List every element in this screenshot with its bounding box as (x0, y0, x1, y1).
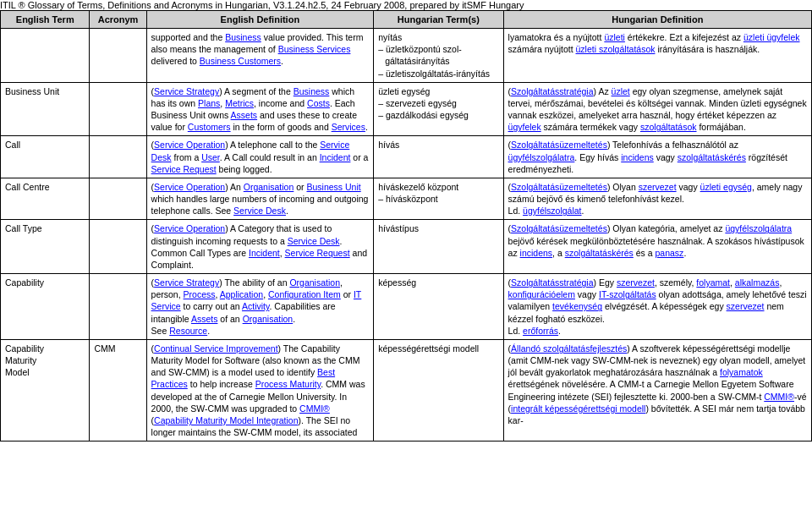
hungarian-def-6: (Állandó szolgáltatásfejlesztés) A szoft… (503, 339, 811, 441)
link-csi-6: Continual Service Improvement (154, 343, 277, 354)
english-def-5: (Service Strategy) The ability of an Org… (146, 274, 374, 340)
link-alland-szolg-6: Állandó szolgáltatásfejlesztés (511, 343, 627, 354)
english-term-0 (1, 29, 90, 83)
english-term-5: Capability (1, 274, 90, 340)
link-customers-1: Customers (188, 122, 231, 132)
link-service-desk-3: Service Desk (233, 206, 286, 216)
link-szolg-ker-4: szolgáltatáskérés (565, 248, 634, 258)
link-incidens-4: incidens (520, 248, 553, 258)
table-header-row: English Term Acronym English Definition … (1, 11, 812, 29)
link-szolg-uzem-4: Szolgáltatásüzemeltetés (511, 223, 607, 233)
english-term-6: CapabilityMaturityModel (1, 339, 90, 441)
col-header-english-def: English Definition (146, 11, 374, 29)
link-szervezet-5b: szervezet (727, 301, 765, 311)
col-header-hungarian-term: Hungarian Term(s) (374, 11, 503, 29)
hungarian-term-3: híváskezelő központ hívásközpont (374, 178, 503, 220)
link-organisation-5b: Organisation (243, 314, 294, 324)
hungarian-term-2: hívás (374, 136, 503, 178)
link-cmmi-6: CMMI® (299, 403, 330, 414)
english-def-2: (Service Operation) A telephone call to … (146, 136, 374, 178)
link-process-5: Process (184, 289, 216, 299)
link-assets-1: Assets (231, 110, 258, 120)
hungarian-term-1: üzleti egység szervezeti egység gazdálko… (374, 82, 503, 136)
acronym-1 (90, 82, 146, 136)
link-ugyfelsz-4: ügyfélszolgálatra (725, 223, 792, 233)
link-szolg-1: szolgáltatások (640, 122, 697, 132)
english-term-4: Call Type (1, 220, 90, 274)
table-row: Business Unit (Service Strategy) A segme… (1, 82, 812, 136)
link-integralt-6: integrált képességérettségi modell (511, 403, 645, 414)
link-incident-4: Incident (249, 248, 280, 258)
link-cmmi-hun-6: CMMI® (764, 392, 794, 402)
link-process-maturity-6: Process Maturity (255, 379, 321, 389)
link-uzleti-0: üzleti (604, 32, 625, 42)
link-organisation-3: Organisation (244, 182, 294, 192)
table-row: Capability (Service Strategy) The abilit… (1, 274, 812, 340)
link-costs: Costs (307, 98, 330, 108)
english-term-3: Call Centre (1, 178, 90, 220)
hungarian-def-0: lyamatokra és a nyújtott üzleti értékekr… (503, 29, 811, 83)
page-header: ITIL ® Glossary of Terms, Definitions an… (0, 0, 812, 10)
link-szolg-strat-1: Szolgáltatásstratégia (511, 86, 593, 96)
english-def-3: (Service Operation) An Organisation or B… (146, 178, 374, 220)
table-row: Call Type (Service Operation) A Category… (1, 220, 812, 274)
link-user-2: User (201, 152, 220, 162)
link-service-strategy-1: Service Strategy (154, 86, 219, 96)
link-szolg-strat-5: Szolgáltatásstratégia (511, 277, 593, 288)
link-szolg-uzem-2: Szolgáltatásüzemeltetés (511, 140, 607, 150)
acronym-2 (90, 136, 146, 178)
link-it-szolg-5: IT-szolgáltatás (599, 289, 656, 299)
acronym-6: CMM (90, 339, 146, 441)
link-folyamatok-6: folyamatok (720, 367, 763, 377)
english-def-6: (Continual Service Improvement) The Capa… (146, 339, 374, 441)
link-activity-5: Activity (242, 301, 269, 311)
hungarian-term-6: képességérettségi modell (374, 339, 503, 441)
english-term-1: Business Unit (1, 82, 90, 136)
table-row: CapabilityMaturityModel CMM (Continual S… (1, 339, 812, 441)
link-incident-2: Incident (320, 152, 351, 162)
link-alkalmazas-5: alkalmazás (735, 277, 780, 288)
acronym-3 (90, 178, 146, 220)
table-row: Call (Service Operation) A telephone cal… (1, 136, 812, 178)
link-services-1: Services (332, 122, 365, 132)
col-header-english: English Term (1, 11, 90, 29)
hungarian-term-5: képesség (374, 274, 503, 340)
link-application-5: Application (220, 289, 263, 299)
link-ugyfelsz-2: ügyfélszolgálatra (508, 152, 575, 162)
hungarian-def-5: (Szolgáltatásstratégia) Egy szervezet, s… (503, 274, 811, 340)
link-organisation-5: Organisation (289, 277, 340, 288)
link-service-operation-2: Service Operation (154, 140, 225, 150)
hungarian-def-1: (Szolgáltatásstratégia) Az üzlet egy oly… (503, 82, 811, 136)
link-business-customers-0: Business Customers (200, 56, 281, 66)
link-service-req-4: Service Request (285, 248, 350, 258)
link-service-request-2: Service Request (151, 164, 217, 174)
english-term-2: Call (1, 136, 90, 178)
link-folyamat-5: folyamat (696, 277, 730, 288)
link-eroforras-5: erőforrás (523, 326, 558, 336)
link-uzleti-egys-3: üzleti egység (700, 182, 752, 192)
link-incidens-2: incidens (621, 152, 654, 162)
hungarian-term-4: hívástípus (374, 220, 503, 274)
link-tevekenyseg-5: tevékenység (552, 301, 602, 311)
link-uzleti-ugyfelek: üzleti ügyfelek (743, 32, 800, 42)
link-business-0: Business (225, 32, 261, 42)
english-def-0: supported and the Business value provide… (146, 29, 374, 83)
link-resource-5: Resource (169, 326, 207, 336)
link-szolg-ker-2: szolgáltatáskérés (678, 152, 746, 162)
main-table: English Term Acronym English Definition … (0, 10, 812, 442)
english-def-4: (Service Operation) A Category that is u… (146, 220, 374, 274)
acronym-0 (90, 29, 146, 83)
acronym-4 (90, 220, 146, 274)
table-row: Call Centre (Service Operation) An Organ… (1, 178, 812, 220)
link-uzlet-1: üzlet (612, 86, 630, 96)
english-def-1: (Service Strategy) A segment of the Busi… (146, 82, 374, 136)
link-busi-unit-3: Busi­ness Unit (306, 182, 360, 192)
link-busi: Busi­ness Services (278, 44, 351, 54)
link-cmmi-full-6: Capability Maturity Model Integration (154, 415, 298, 425)
hungarian-def-3: (Szolgáltatásüzemeltetés) Olyan szerveze… (503, 178, 811, 220)
link-panasz-4: panasz (656, 248, 684, 258)
link-service-strategy-5: Service Strategy (154, 277, 219, 288)
hungarian-def-2: (Szolgáltatásüzemeltetés) Telefonhívás a… (503, 136, 811, 178)
link-szervezet-3: szervezet (639, 182, 677, 192)
link-config-item-5: Configuration Item (268, 289, 341, 299)
